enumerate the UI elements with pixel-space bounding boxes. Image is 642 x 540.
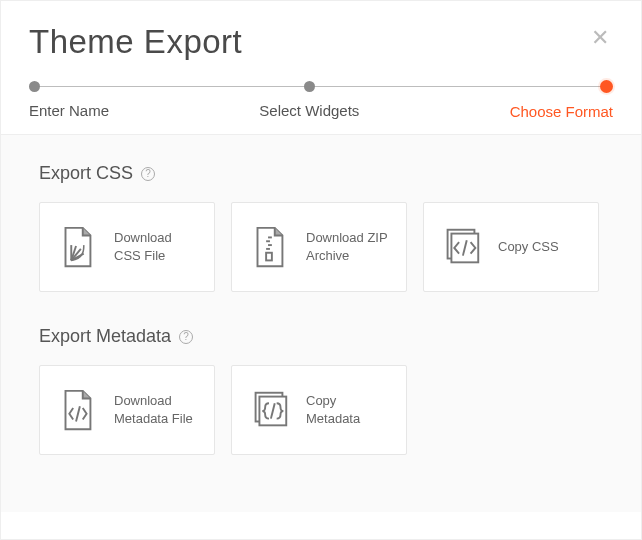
help-icon[interactable]: ? xyxy=(179,330,193,344)
card-download-css-file[interactable]: Download CSS File xyxy=(39,202,215,292)
dialog-header: Theme Export ✕ xyxy=(1,1,641,71)
card-download-zip-archive[interactable]: Download ZIP Archive xyxy=(231,202,407,292)
section-title-text: Export CSS xyxy=(39,163,133,184)
close-icon[interactable]: ✕ xyxy=(587,23,613,53)
file-code-icon xyxy=(54,387,100,433)
dialog-content: Export CSS ? Download CSS File xyxy=(1,134,641,512)
section-title-text: Export Metadata xyxy=(39,326,171,347)
card-label: Copy Metadata xyxy=(306,392,392,427)
card-label: Download CSS File xyxy=(114,229,200,264)
svg-rect-4 xyxy=(266,253,272,261)
card-copy-metadata[interactable]: Copy Metadata xyxy=(231,365,407,455)
step-label: Enter Name xyxy=(29,102,109,119)
code-copy-icon xyxy=(438,224,484,270)
file-fan-icon xyxy=(54,224,100,270)
section-title-metadata: Export Metadata ? xyxy=(39,326,603,347)
step-dot-icon xyxy=(29,81,40,92)
card-label: Copy CSS xyxy=(498,238,559,256)
section-title-css: Export CSS ? xyxy=(39,163,603,184)
step-enter-name[interactable]: Enter Name xyxy=(29,81,109,120)
step-dot-icon xyxy=(304,81,315,92)
braces-copy-icon xyxy=(246,387,292,433)
svg-line-8 xyxy=(76,406,80,421)
dialog-title: Theme Export xyxy=(29,23,242,61)
stepper: Enter Name Select Widgets Choose Format xyxy=(1,81,641,120)
card-copy-css[interactable]: Copy CSS xyxy=(423,202,599,292)
card-label: Download Metadata File xyxy=(114,392,200,427)
card-row-metadata: Download Metadata File Copy Metadata xyxy=(39,365,603,455)
card-download-metadata-file[interactable]: Download Metadata File xyxy=(39,365,215,455)
stepper-steps: Enter Name Select Widgets Choose Format xyxy=(29,81,613,120)
file-zip-icon xyxy=(246,224,292,270)
step-label: Select Widgets xyxy=(259,102,359,119)
card-label: Download ZIP Archive xyxy=(306,229,392,264)
step-dot-icon xyxy=(600,80,613,93)
step-label: Choose Format xyxy=(510,103,613,120)
card-row-css: Download CSS File Download ZIP Archive xyxy=(39,202,603,292)
help-icon[interactable]: ? xyxy=(141,167,155,181)
step-select-widgets[interactable]: Select Widgets xyxy=(259,81,359,120)
step-choose-format[interactable]: Choose Format xyxy=(510,81,613,120)
